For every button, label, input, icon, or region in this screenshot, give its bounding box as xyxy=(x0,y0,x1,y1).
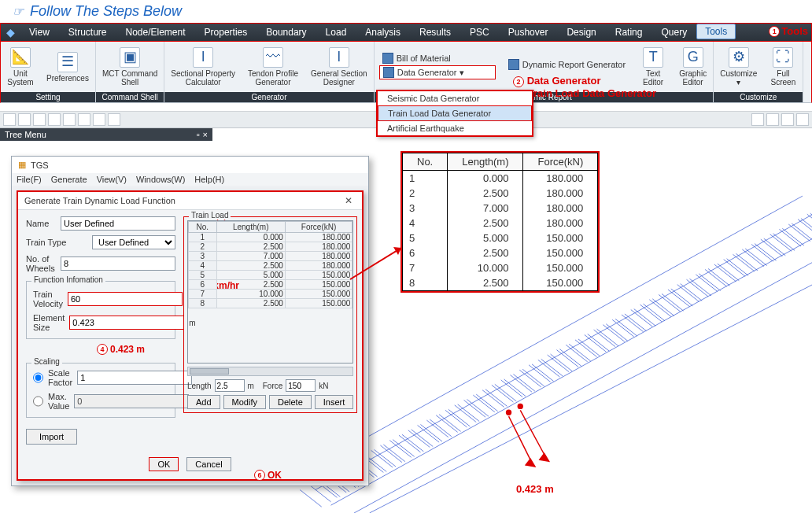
menu-view[interactable]: View xyxy=(20,23,59,42)
close-icon[interactable]: ✕ xyxy=(341,195,356,206)
name-input[interactable] xyxy=(61,216,175,231)
ribbon-preferences-button[interactable]: ☰Preferences xyxy=(40,50,95,84)
ribbon-row[interactable]: Data Generator ▾ xyxy=(379,65,496,79)
ribbon-unit-button[interactable]: 📐UnitSystem xyxy=(1,46,40,88)
ribbon-group-label: Command Shell xyxy=(96,92,164,102)
tgs-menu-bar[interactable]: File(F)GenerateView(V)Windows(W)Help(H) xyxy=(12,173,368,186)
scale-factor-input[interactable] xyxy=(77,371,192,385)
velocity-input[interactable] xyxy=(68,292,183,306)
tool-icon[interactable] xyxy=(93,113,105,126)
train-type-select[interactable]: User Defined xyxy=(92,235,175,249)
scale-factor-radio[interactable] xyxy=(33,371,43,385)
wheels-input[interactable] xyxy=(61,256,175,271)
cancel-button[interactable]: Cancel xyxy=(186,457,231,471)
ribbon-graphic-button[interactable]: GGraphicEditor xyxy=(673,46,713,88)
menu-pushover[interactable]: Pushover xyxy=(499,23,558,42)
length-input[interactable] xyxy=(215,379,245,392)
import-button[interactable]: Import xyxy=(26,429,77,445)
max-value-radio[interactable] xyxy=(33,394,43,408)
element-size-input[interactable] xyxy=(69,316,184,330)
svg-line-49 xyxy=(504,379,526,397)
tgs-menu-item[interactable]: Windows(W) xyxy=(136,175,185,184)
ribbon-mctcommand-button[interactable]: ▣MCT CommandShell xyxy=(96,46,164,88)
insert-button[interactable]: Insert xyxy=(315,395,354,409)
svg-line-38 xyxy=(464,400,486,418)
tgs-menu-item[interactable]: Help(H) xyxy=(194,175,224,184)
ok-button[interactable]: OK xyxy=(149,457,179,471)
svg-line-131 xyxy=(350,248,401,279)
tgs-menu-item[interactable]: Generate xyxy=(51,175,87,184)
table-row[interactable]: 37.000180.000 xyxy=(189,252,352,261)
dropdown-item[interactable]: Artificial Earthquake xyxy=(378,121,532,135)
tgs-menu-item[interactable]: File(F) xyxy=(17,175,42,184)
ribbon-label: UnitSystem xyxy=(7,69,33,87)
menu-design[interactable]: Design xyxy=(557,23,605,42)
menu-query[interactable]: Query xyxy=(651,23,696,42)
dropdown-item[interactable]: Seismic Data Generator xyxy=(378,91,532,105)
table-row[interactable]: 10.000180.000 xyxy=(189,233,352,242)
data-generator-dropdown[interactable]: Seismic Data GeneratorTrain Load Data Ge… xyxy=(376,90,533,137)
tool-icon[interactable] xyxy=(3,113,16,126)
modify-button[interactable]: Modify xyxy=(223,395,266,409)
tool-icon[interactable] xyxy=(18,113,31,126)
tool-icon[interactable] xyxy=(751,113,764,126)
menu-structure[interactable]: Structure xyxy=(59,23,116,42)
add-button[interactable]: Add xyxy=(187,395,220,409)
menu-analysis[interactable]: Analysis xyxy=(356,23,410,42)
svg-line-101 xyxy=(745,249,767,266)
tool-icon[interactable] xyxy=(33,113,46,126)
svg-marker-132 xyxy=(393,247,401,255)
menu-properties[interactable]: Properties xyxy=(195,23,257,42)
svg-line-78 xyxy=(649,300,671,317)
svg-point-126 xyxy=(518,404,522,408)
tool-icon[interactable] xyxy=(48,113,61,126)
menu-load[interactable]: Load xyxy=(316,23,356,42)
menu-boundary[interactable]: Boundary xyxy=(257,23,316,42)
force-input[interactable] xyxy=(286,379,316,392)
table-row[interactable]: 42.500180.000 xyxy=(189,261,352,271)
ribbon-generalsection-button[interactable]: IGeneral SectionDesigner xyxy=(304,46,374,88)
ribbon-row[interactable]: Dynamic Report Generator xyxy=(505,58,629,71)
tool-icon[interactable] xyxy=(766,113,779,126)
ribbon-icon: I xyxy=(329,47,349,68)
col-force: Force(kN) xyxy=(523,153,598,171)
menu-psc[interactable]: PSC xyxy=(460,23,499,42)
delete-button[interactable]: Delete xyxy=(269,395,312,409)
table-row[interactable]: 22.500180.000 xyxy=(189,242,352,252)
ribbon-group-label: Setting xyxy=(1,92,95,102)
tgs-menu-item[interactable]: View(V) xyxy=(97,175,127,184)
tool-icon[interactable] xyxy=(781,113,794,126)
tool-icon[interactable] xyxy=(796,113,809,126)
svg-line-20 xyxy=(380,445,402,463)
dropdown-item[interactable]: Train Load Data Generator xyxy=(378,105,532,121)
menu-tools[interactable]: Tools xyxy=(696,24,736,39)
svg-line-64 xyxy=(585,335,607,352)
table-row: 82.500150.000 xyxy=(403,275,598,291)
tool-icon[interactable] xyxy=(63,113,76,126)
annotation-step4: 40.423 m xyxy=(97,344,175,355)
menu-rating[interactable]: Rating xyxy=(606,23,652,42)
ribbon-full-button[interactable]: ⛶FullScreen xyxy=(763,46,803,88)
menu-nodeelement[interactable]: Node/Element xyxy=(116,23,194,42)
tool-icon[interactable] xyxy=(108,113,120,126)
table-row[interactable]: 710.000150.000 xyxy=(189,290,352,299)
ribbon-group-label: Generator xyxy=(164,92,373,102)
element-size-label: Element Size xyxy=(33,313,65,332)
train-load-table[interactable]: No.Length(m)Force(kN) 10.000180.00022.50… xyxy=(187,220,353,364)
svg-line-40 xyxy=(473,395,495,412)
ribbon-sectionalproperty-button[interactable]: ISectional PropertyCalculator xyxy=(164,46,242,88)
menu-bar: ◆ ViewStructureNode/ElementPropertiesBou… xyxy=(0,23,812,42)
menu-results[interactable]: Results xyxy=(410,23,460,42)
table-row[interactable]: 82.500150.000 xyxy=(189,299,352,308)
h-scrollbar[interactable] xyxy=(187,367,353,376)
svg-line-54 xyxy=(538,360,560,377)
table-row[interactable]: 62.500150.000 xyxy=(189,280,352,290)
ribbon-customize-button[interactable]: ⚙Customize▾ xyxy=(714,46,763,88)
generate-train-load-dialog: Generate Train Dynamic Load Function ✕ 5… xyxy=(17,190,364,481)
svg-line-53 xyxy=(522,369,544,386)
ribbon-row[interactable]: Bill of Material xyxy=(379,52,496,65)
table-row[interactable]: 55.000150.000 xyxy=(189,271,352,280)
ribbon-tendonprofile-button[interactable]: 〰Tendon ProfileGenerator xyxy=(242,46,304,88)
svg-line-21 xyxy=(375,449,397,467)
tool-icon[interactable] xyxy=(78,113,90,126)
